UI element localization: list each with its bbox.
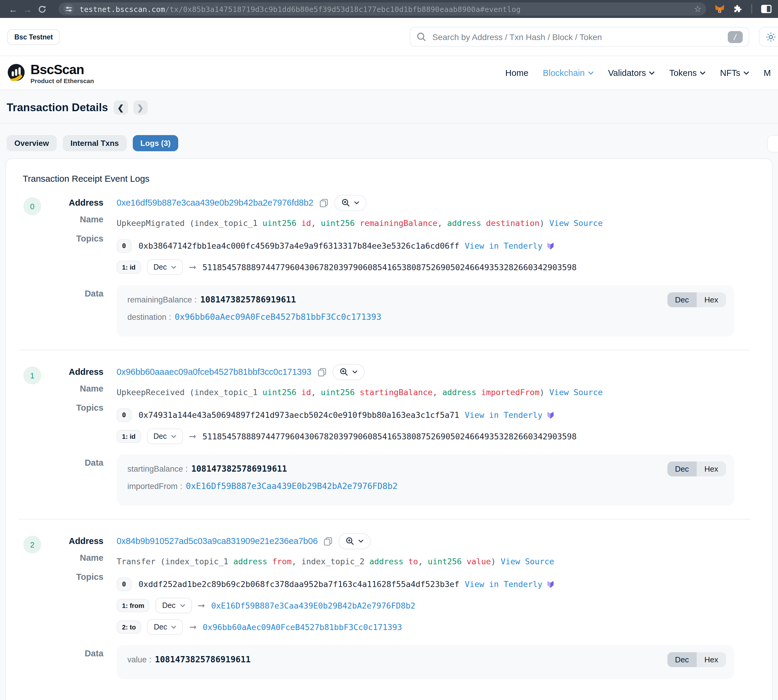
hex-toggle[interactable]: Hex: [697, 652, 726, 667]
arrow-right-icon: ➞: [189, 431, 197, 442]
data-field-label: value: [127, 654, 147, 666]
copy-icon[interactable]: [324, 537, 333, 545]
topic-2: 2: to Dec ➞ 0x96bb60aAec09A0FceB4527b81b…: [117, 619, 755, 635]
view-source-link[interactable]: View Source: [501, 557, 554, 566]
signature-token: ): [539, 387, 549, 397]
brand-name: BscScan: [30, 63, 94, 77]
view-source-link[interactable]: View Source: [549, 218, 603, 228]
log-address-link[interactable]: 0xe16df59b887e3caa439e0b29b42ba2e7976fd8…: [117, 198, 313, 207]
page-title: Transaction Details: [7, 101, 108, 114]
view-in-tenderly-link[interactable]: View in Tenderly: [465, 579, 543, 589]
dec-toggle[interactable]: Dec: [667, 652, 697, 667]
topic-hash: 0xddf252ad1be2c89b69c2b068fc378daa952ba7…: [139, 579, 459, 589]
topic-address-link[interactable]: 0xE16Df59B887e3Caa439E0b29B42bA2e7976FD8…: [211, 601, 415, 610]
reload-icon[interactable]: [35, 5, 49, 13]
zoom-in-icon: [341, 198, 351, 207]
signature-token: address: [447, 218, 481, 228]
signature-token: ,: [311, 387, 321, 397]
signature-token: remainingBalance: [355, 218, 437, 228]
signature-token: address: [233, 557, 267, 566]
signature-token: uint256: [262, 387, 297, 397]
topic-index-badge: 1: from: [117, 599, 150, 612]
nav-blockchain[interactable]: Blockchain: [543, 68, 594, 78]
zoom-in-icon: [346, 537, 355, 545]
view-in-tenderly-link[interactable]: View in Tenderly: [465, 410, 543, 420]
topics-label: Topics: [23, 230, 104, 247]
hex-toggle[interactable]: Hex: [697, 462, 726, 477]
data-address-link[interactable]: 0xE16Df59B887e3Caa439E0b29B42bA2e7976FD8…: [186, 480, 398, 492]
arrow-right-icon: ➞: [189, 622, 197, 632]
log-divider: [19, 519, 751, 520]
log-address-link[interactable]: 0x96bb60aaaec09a0fceb4527b81bbf3cc0c1713…: [117, 367, 312, 377]
bookmark-star-icon[interactable]: ☆: [694, 4, 701, 14]
metamask-icon[interactable]: [715, 4, 725, 14]
copy-icon[interactable]: [319, 198, 328, 207]
topic-address-link[interactable]: 0x96bb60aAec09A0FceB4527b81bbF3Cc0c17139…: [203, 622, 402, 632]
dec-hex-toggle: Dec Hex: [667, 292, 726, 307]
zoom-address-button[interactable]: [334, 195, 367, 211]
nav-more[interactable]: M: [764, 68, 771, 78]
tenderly-icon: [546, 241, 555, 250]
search-icon: [416, 32, 426, 42]
signature-token: importedFrom: [476, 387, 539, 397]
prev-tx-button[interactable]: ❮: [114, 100, 128, 115]
dec-dropdown[interactable]: Dec: [147, 428, 183, 444]
topic-index-badge: 1: id: [117, 261, 141, 274]
data-field-label: remainingBalance: [127, 294, 192, 306]
nav-home[interactable]: Home: [505, 68, 528, 78]
dec-dropdown[interactable]: Dec: [156, 598, 192, 613]
nav-tokens[interactable]: Tokens: [669, 68, 706, 78]
log-address-link[interactable]: 0x84b9b910527ad5c03a9ca831909e21e236ea7b…: [117, 536, 318, 546]
event-signature: Transfer (index_topic_1 address from, in…: [117, 554, 755, 568]
bscscan-logo[interactable]: BscScan Product of Etherscan: [7, 63, 94, 84]
zoom-address-button[interactable]: [339, 533, 371, 549]
bscscan-tx-logs-page: ← → testnet.bscscan.com/tx/0x85b3a147518…: [0, 0, 778, 700]
data-row: Data value : 1081473825786919611 Dec Hex: [23, 645, 755, 679]
signature-token: destination: [481, 218, 539, 228]
dec-toggle[interactable]: Dec: [667, 462, 697, 477]
sun-icon: [766, 32, 776, 42]
tab-overview[interactable]: Overview: [7, 135, 57, 151]
theme-toggle-button[interactable]: [759, 27, 778, 47]
dec-dropdown[interactable]: Dec: [147, 619, 183, 635]
extensions-puzzle-icon[interactable]: [733, 4, 743, 14]
view-in-tenderly-link[interactable]: View in Tenderly: [465, 241, 543, 250]
url-bar[interactable]: testnet.bscscan.com/tx/0x85b3a147518719d…: [58, 2, 706, 15]
data-address-link[interactable]: 0x96bb60aAec09A0FceB4527b81bbF3Cc0c17139…: [175, 311, 381, 323]
chevron-down-icon: [354, 201, 359, 205]
tab-logs[interactable]: Logs (3): [133, 135, 179, 151]
side-panel-icon[interactable]: [761, 4, 772, 14]
search-box[interactable]: /: [410, 27, 749, 47]
network-badge[interactable]: Bsc Testnet: [7, 29, 60, 45]
browser-extensions: [715, 4, 772, 14]
zoom-in-icon: [340, 367, 349, 376]
nav-validators[interactable]: Validators: [608, 68, 655, 78]
next-tx-button[interactable]: ❯: [133, 100, 147, 115]
signature-token: Transfer (index_topic_1: [117, 557, 233, 566]
toolbar-divider: [751, 4, 752, 14]
dec-dropdown[interactable]: Dec: [147, 260, 183, 275]
dec-toggle[interactable]: Dec: [667, 292, 697, 307]
chevron-down-icon: [171, 435, 176, 438]
search-input[interactable]: [431, 32, 728, 42]
data-line: importedFrom : 0xE16Df59B887e3Caa439E0b2…: [127, 480, 724, 493]
browser-toolbar: ← → testnet.bscscan.com/tx/0x85b3a147518…: [0, 0, 778, 18]
nav-nfts[interactable]: NFTs: [720, 68, 749, 78]
forward-icon[interactable]: →: [20, 4, 35, 14]
back-icon[interactable]: ←: [6, 4, 20, 14]
event-signature: UpkeepReceived (index_topic_1 uint256 id…: [117, 385, 755, 399]
tools-button-cutoff[interactable]: [767, 135, 778, 152]
hex-toggle[interactable]: Hex: [697, 292, 726, 307]
signature-token: , index_topic_2: [292, 557, 369, 566]
topic-index-badge: 0: [117, 239, 131, 253]
zoom-address-button[interactable]: [332, 364, 365, 380]
name-row: Name UpkeepMigrated (index_topic_1 uint2…: [23, 211, 755, 230]
signature-token: ): [539, 218, 549, 228]
data-field-value: 1081473825786919611: [200, 293, 296, 305]
site-info-icon[interactable]: [63, 3, 74, 14]
tab-internal-txns[interactable]: Internal Txns: [63, 135, 127, 151]
tenderly-icon: [546, 410, 555, 420]
copy-icon[interactable]: [317, 367, 327, 376]
topic-1: 1: id Dec ➞ 5118545788897447796043067820…: [117, 259, 755, 275]
view-source-link[interactable]: View Source: [549, 387, 603, 397]
